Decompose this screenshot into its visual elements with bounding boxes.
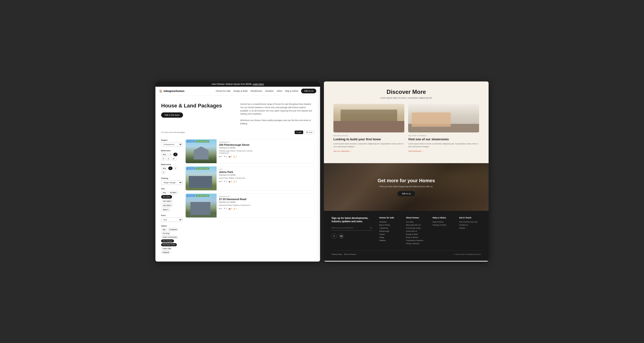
footer-find-branch[interactable]: Find a branch near you — [459, 221, 481, 223]
region-select[interactable]: Christchurch — [161, 142, 182, 147]
footer-contact-us[interactable]: Contact Us — [459, 224, 481, 226]
bathrooms-filter: Bathrooms Any 1 2 3 — [161, 163, 182, 174]
list-view-button[interactable]: ≡ List — [295, 131, 303, 134]
bathroom-2[interactable]: 2 — [173, 167, 178, 170]
status-kiwibuild[interactable]: Kiwibuild — [161, 251, 171, 254]
listing-title-3: 27-33 Harewood Road — [219, 198, 312, 201]
hero-section: House & Land Packages Talk to the team H… — [156, 96, 320, 130]
bathrooms-label: Bathrooms — [161, 163, 182, 166]
footer-marlborough[interactable]: Marlborough — [379, 230, 401, 232]
content-area: Region Christchurch Bedrooms Any 1 2 3 4… — [156, 139, 320, 261]
listing-card-3[interactable]: Turn-Key First Home Grant Townhouse 10 2… — [186, 193, 314, 218]
card-link-1[interactable]: See our collections → — [334, 150, 404, 152]
get-more-cta-button[interactable]: Talk to us — [398, 191, 415, 196]
logo-text: mikegreerhomes — [164, 90, 184, 92]
status-first-home-grant[interactable]: First Home Grant — [161, 243, 177, 246]
footer-why-build[interactable]: Why build with us? — [406, 224, 428, 226]
get-more-overlay: Get more for your Homes Find out more ab… — [378, 178, 435, 196]
listing-card-1[interactable]: Turn-Key First Home Grant Townhouse 27 1… — [186, 139, 314, 163]
status-any[interactable]: Any — [161, 228, 167, 231]
listing-tags-2: Turn-Key First Home Grant — [186, 167, 209, 170]
bathroom-any[interactable]: Any — [161, 167, 168, 170]
get-more-text: Find out more about beginning the build … — [378, 185, 435, 188]
nav-design-build[interactable]: Design & Build — [234, 90, 248, 92]
bedroom-3[interactable]: 3 — [161, 157, 166, 161]
size-any[interactable]: Any — [161, 191, 168, 194]
listing-tags-3: Turn-Key First Home Grant — [186, 195, 209, 197]
email-input[interactable] — [332, 227, 369, 229]
footer-bay-of-plenty[interactable]: Bay of Plenty — [379, 224, 401, 226]
size-80-120[interactable]: 80-120m² — [161, 195, 172, 199]
parking-select[interactable]: Single Garage — [161, 180, 182, 185]
nav-links: Homes for Sale Design & Build Showhomes … — [216, 89, 316, 93]
email-submit-arrow[interactable]: → — [369, 226, 372, 229]
spec-size-1: 📐 1 — [234, 156, 237, 157]
listing-type-2: Lot 7 — [219, 168, 312, 170]
footer-design-build[interactable]: Design & Build — [406, 233, 428, 235]
footer-waikato[interactable]: Waikato — [379, 239, 401, 241]
nav-about[interactable]: About — [276, 90, 282, 92]
footer-family[interactable]: Family Collection — [406, 242, 428, 245]
footer-canterbury[interactable]: Canterbury — [379, 227, 401, 229]
status-under-construction[interactable]: Under Construction — [161, 236, 178, 239]
nav-help[interactable]: Help & Advice — [285, 90, 298, 92]
grid-view-button[interactable]: ⊞ Grid — [304, 130, 314, 134]
nav-talk-button[interactable]: Talk to Us — [301, 89, 316, 93]
discover-card-2: ASK FOR YOURSELF Visit one of our showro… — [408, 104, 479, 152]
status-under-offer[interactable]: Under Offer — [161, 247, 172, 250]
discover-card-1: DESIGN & BUILD Looking to build your fir… — [334, 104, 404, 152]
bedroom-4[interactable]: 4 — [166, 157, 170, 161]
spec-bath-3: 🚿 1 — [224, 208, 227, 210]
size-100-160[interactable]: 100-160m² — [161, 199, 173, 203]
nav-showhomes[interactable]: Showhomes — [250, 90, 262, 92]
privacy-policy-link[interactable]: Privacy Policy — [332, 253, 342, 255]
bedroom-5plus[interactable]: 5+ — [171, 157, 176, 161]
footer-auckland[interactable]: Auckland — [379, 221, 401, 223]
listing-title-1: 100 Peterborough Street — [219, 143, 312, 146]
tag-firsthome-1: First Home Grant — [196, 140, 210, 142]
bedroom-1[interactable]: 1 — [168, 153, 172, 156]
bedrooms-label: Bedrooms — [161, 150, 182, 152]
listing-card-2[interactable]: Turn-Key First Home Grant Lot 7 Johns Pa… — [186, 166, 314, 191]
bathroom-1[interactable]: 1 — [168, 167, 172, 170]
footer-transitional[interactable]: Transitional Collection — [406, 239, 428, 241]
footer-our-story[interactable]: Our Story — [406, 221, 428, 223]
logo[interactable]: 🏠 mikegreerhomes — [159, 90, 184, 93]
facebook-icon[interactable]: f — [332, 233, 337, 239]
footer-glossary[interactable]: Glossary & FAQs — [432, 224, 454, 226]
status-completed[interactable]: Completed — [168, 228, 178, 231]
bedroom-2[interactable]: 2 — [173, 153, 178, 156]
terms-link[interactable]: Terms of Service — [344, 253, 356, 255]
copyright: © 2023 Homes. All Rights Reserved. — [454, 253, 481, 255]
footer-help-advice[interactable]: Help & Advice — [432, 221, 454, 223]
instagram-icon[interactable]: 📷 — [339, 233, 344, 239]
size-160-200[interactable]: 160-200m² — [161, 204, 173, 207]
size-200plus[interactable]: 200m²+ — [161, 208, 171, 211]
banner-link[interactable]: Learn More — [253, 83, 264, 85]
spec-bed-3: 🛏 2 — [219, 208, 222, 209]
listings: Turn-Key First Home Grant Townhouse 27 1… — [186, 139, 314, 257]
footer-community[interactable]: Community Giving — [406, 227, 428, 229]
size-30-80[interactable]: 30-80m² — [168, 191, 178, 194]
card-link-2[interactable]: Visit Showroom → — [408, 150, 479, 152]
footer-col-about-title: About Homes — [406, 216, 428, 219]
footer-entry-collection[interactable]: Entry Collection — [406, 236, 428, 238]
hero-cta-button[interactable]: Talk to the team — [161, 112, 183, 118]
footer-invest[interactable]: Invest with Us — [406, 230, 428, 232]
nav-homes-for-sale[interactable]: Homes for Sale — [216, 90, 230, 92]
bathroom-3[interactable]: 3 — [161, 171, 166, 174]
status-turnkey[interactable]: Turn-Key — [161, 232, 171, 235]
price-select[interactable]: Any — [161, 217, 182, 222]
spec-bed-1: 🛏 2 — [219, 156, 222, 157]
footer-careers[interactable]: Careers — [459, 227, 481, 229]
listing-location-1: Peterborough Street, Christchurch Centra… — [219, 150, 312, 154]
footer-otago[interactable]: Otago — [379, 236, 401, 238]
parking-label: Parking — [161, 177, 182, 179]
get-more-section: Get more for your Homes Find out more ab… — [324, 163, 488, 211]
nav-investors[interactable]: Investors — [265, 90, 274, 92]
spec-car-2: 🚗 1 — [228, 181, 232, 182]
status-new-release[interactable]: New Release — [161, 239, 174, 242]
hero-title: House & Land Packages — [161, 103, 235, 109]
footer-nelson[interactable]: Nelson — [379, 233, 401, 235]
bedroom-any[interactable]: Any — [161, 153, 168, 156]
